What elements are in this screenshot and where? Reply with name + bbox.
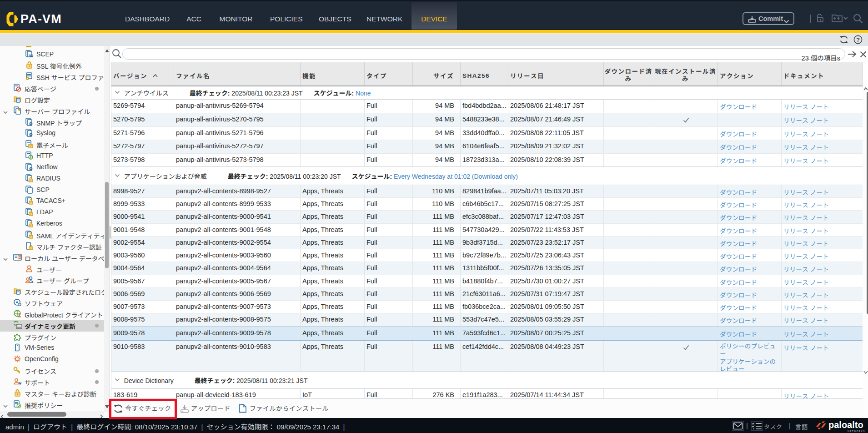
svg-text:?: ? xyxy=(856,37,860,43)
